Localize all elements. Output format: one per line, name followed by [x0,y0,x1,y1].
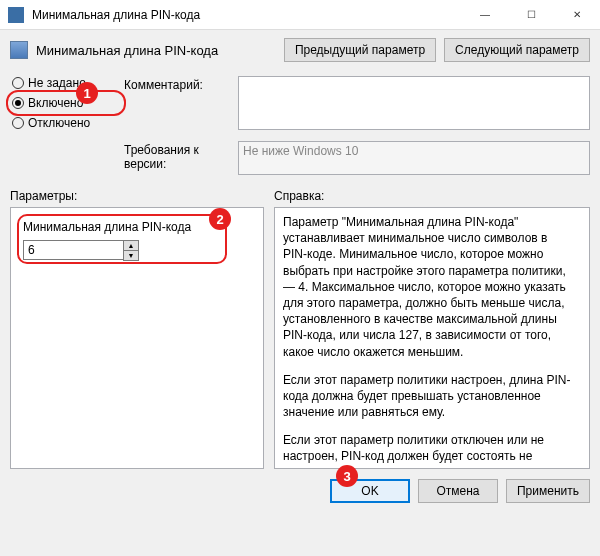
radio-label: Включено [28,96,83,110]
comment-textarea[interactable] [238,76,590,130]
requirements-box: Не ниже Windows 10 [238,141,590,175]
radio-enabled[interactable]: Включено 1 [12,96,120,110]
radio-disabled[interactable]: Отключено [12,116,120,130]
parameters-label: Параметры: [10,189,264,203]
cancel-button[interactable]: Отмена [418,479,498,503]
help-paragraph: Параметр "Минимальная длина PIN-кода" ус… [283,214,571,360]
radio-icon [12,97,24,109]
radio-icon [12,77,24,89]
apply-button[interactable]: Применить [506,479,590,503]
close-button[interactable]: ✕ [554,0,600,30]
param-spinner[interactable]: ▲ ▼ [23,240,251,261]
spinner-down-icon[interactable]: ▼ [123,250,139,261]
help-panel[interactable]: Параметр "Минимальная длина PIN-кода" ус… [274,207,590,469]
param-input[interactable] [23,240,123,260]
ok-button[interactable]: OK [330,479,410,503]
window-title: Минимальная длина PIN-кода [32,8,462,22]
help-paragraph: Если этот параметр политики настроен, дл… [283,372,571,421]
maximize-button[interactable]: ☐ [508,0,554,30]
next-param-button[interactable]: Следующий параметр [444,38,590,62]
radio-icon [12,117,24,129]
titlebar: Минимальная длина PIN-кода — ☐ ✕ [0,0,600,30]
radio-label: Отключено [28,116,90,130]
radio-label: Не задано [28,76,86,90]
policy-icon [10,41,28,59]
requirements-text: Не ниже Windows 10 [243,144,358,158]
help-paragraph: Если этот параметр политики отключен или… [283,432,571,469]
spinner-up-icon[interactable]: ▲ [123,240,139,250]
parameters-panel: 2 Минимальная длина PIN-кода ▲ ▼ [10,207,264,469]
minimize-button[interactable]: — [462,0,508,30]
param-label: Минимальная длина PIN-кода [23,220,251,234]
page-title: Минимальная длина PIN-кода [36,43,276,58]
comment-label: Комментарий: [124,76,234,92]
prev-param-button[interactable]: Предыдущий параметр [284,38,436,62]
help-label: Справка: [274,189,590,203]
radio-not-configured[interactable]: Не задано [12,76,120,90]
app-icon [8,7,24,23]
requirements-label: Требования к версии: [124,141,234,171]
